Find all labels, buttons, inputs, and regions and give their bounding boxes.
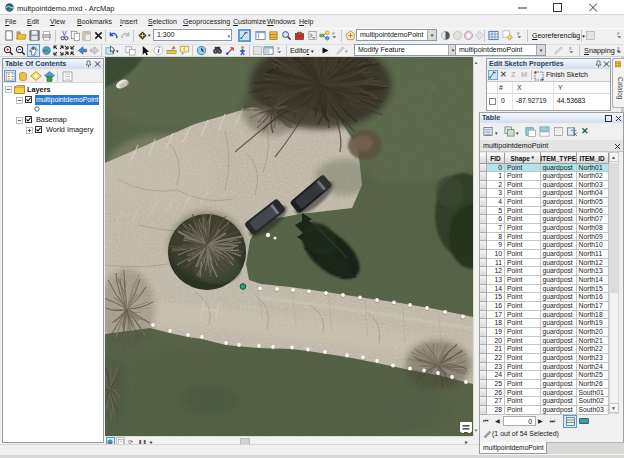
svg-text:i: i — [157, 46, 159, 55]
